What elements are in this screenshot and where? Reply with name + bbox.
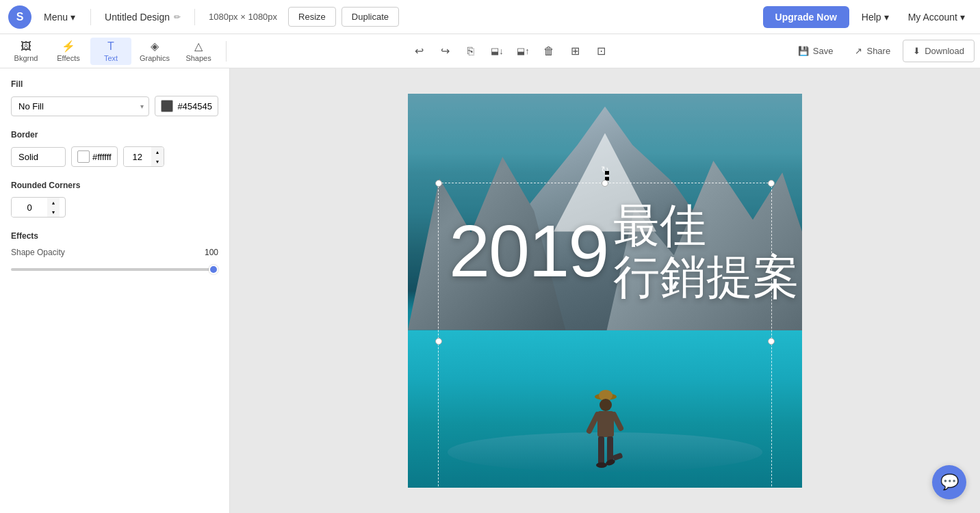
border-width-arrows: ▴ ▾ bbox=[151, 147, 164, 166]
share-button[interactable]: ↗ Share bbox=[845, 40, 900, 62]
menu-chevron-icon: ▾ bbox=[70, 12, 75, 23]
chat-icon: 💬 bbox=[940, 473, 959, 491]
design-image[interactable]: 2019 最佳行銷提案 ↻ bbox=[408, 94, 802, 488]
align-button[interactable]: ⊡ bbox=[589, 39, 613, 64]
nav-divider-1 bbox=[90, 9, 91, 25]
copy-button[interactable]: ⎘ bbox=[459, 39, 483, 64]
fill-select-wrapper: No Fill Solid Gradient Pattern ▾ bbox=[11, 96, 149, 116]
left-panel: Fill No Fill Solid Gradient Pattern ▾ #4… bbox=[0, 68, 230, 513]
border-color-value: #ffffff bbox=[92, 152, 112, 162]
border-color-swatch bbox=[77, 150, 90, 163]
svg-rect-7 bbox=[607, 436, 613, 462]
border-width-down-button[interactable]: ▾ bbox=[151, 157, 164, 166]
effects-icon: ⚡ bbox=[62, 40, 75, 53]
main-layout: Fill No Fill Solid Gradient Pattern ▾ #4… bbox=[0, 68, 980, 513]
corners-section: Rounded Corners ▴ ▾ bbox=[11, 181, 218, 218]
fill-color-value: #454545 bbox=[177, 101, 212, 111]
grid-button[interactable]: ⊞ bbox=[563, 39, 587, 64]
corner-up-button[interactable]: ▴ bbox=[47, 198, 60, 207]
resize-button[interactable]: Resize bbox=[288, 7, 336, 27]
download-icon: ⬇ bbox=[913, 46, 920, 56]
opacity-value: 100 bbox=[205, 248, 218, 257]
svg-rect-8 bbox=[612, 452, 623, 460]
opacity-label: Shape Opacity bbox=[11, 248, 65, 257]
svg-rect-6 bbox=[598, 436, 604, 465]
border-title: Border bbox=[11, 130, 218, 140]
shapes-icon: △ bbox=[194, 40, 203, 53]
border-section: Border Solid Dashed Dotted #ffffff bbox=[11, 130, 218, 167]
corner-input-wrapper: ▴ ▾ bbox=[11, 197, 66, 218]
duplicate-button[interactable]: Duplicate bbox=[341, 7, 399, 27]
border-width-input[interactable] bbox=[124, 148, 151, 166]
fill-color-button[interactable]: #454545 bbox=[155, 96, 218, 116]
svg-point-9 bbox=[596, 462, 607, 468]
delete-button[interactable]: 🗑 bbox=[537, 39, 561, 64]
canvas-container: 2019 最佳行銷提案 ↻ bbox=[408, 94, 802, 488]
tab-graphics[interactable]: ◈ Graphics bbox=[133, 37, 177, 65]
redo-button[interactable]: ↪ bbox=[433, 39, 457, 64]
canvas-dimensions: 1080px × 1080px bbox=[203, 9, 283, 25]
tab-text[interactable]: T Text bbox=[90, 38, 131, 65]
help-button[interactable]: Help ▾ bbox=[855, 8, 896, 27]
graphics-icon: ◈ bbox=[151, 40, 159, 53]
border-style-wrapper: Solid Dashed Dotted bbox=[11, 147, 66, 167]
opacity-row: Shape Opacity 100 bbox=[11, 248, 218, 257]
edit-title-icon: ✏ bbox=[174, 12, 181, 22]
toolbar: 🖼 Bkgrnd ⚡ Effects T Text ◈ Graphics △ S… bbox=[0, 34, 980, 68]
app-logo: S bbox=[8, 5, 31, 29]
help-chevron-icon: ▾ bbox=[884, 12, 889, 23]
download-button[interactable]: ⬇ Download bbox=[903, 40, 975, 62]
border-color-button[interactable]: #ffffff bbox=[71, 146, 118, 167]
opacity-slider-container bbox=[11, 261, 218, 274]
svg-point-2 bbox=[599, 399, 612, 411]
corner-value-input[interactable] bbox=[12, 198, 47, 217]
corners-row: ▴ ▾ bbox=[11, 197, 218, 218]
border-width-wrapper: ▴ ▾ bbox=[123, 146, 164, 167]
toolbar-actions: ↩ ↪ ⎘ ⬓↓ ⬓↑ 🗑 ⊞ ⊡ bbox=[233, 39, 787, 64]
undo-button[interactable]: ↩ bbox=[407, 39, 431, 64]
bkgrnd-icon: 🖼 bbox=[21, 40, 31, 53]
effects-title: Effects bbox=[11, 231, 218, 241]
svg-line-4 bbox=[589, 415, 597, 431]
svg-line-5 bbox=[614, 415, 621, 428]
fill-section: Fill No Fill Solid Gradient Pattern ▾ #4… bbox=[11, 79, 218, 116]
corner-down-button[interactable]: ▾ bbox=[47, 207, 60, 217]
effects-section: Effects Shape Opacity 100 bbox=[11, 231, 218, 274]
opacity-slider[interactable] bbox=[11, 268, 218, 271]
top-nav: S Menu ▾ Untitled Design ✏ 1080px × 1080… bbox=[0, 0, 980, 34]
fill-type-select[interactable]: No Fill Solid Gradient Pattern bbox=[11, 96, 149, 116]
upgrade-button[interactable]: Upgrade Now bbox=[763, 6, 849, 28]
tab-shapes[interactable]: △ Shapes bbox=[178, 37, 219, 65]
share-icon: ↗ bbox=[855, 46, 862, 56]
fill-title: Fill bbox=[11, 79, 218, 89]
person-silhouette bbox=[585, 389, 626, 488]
menu-label: Menu bbox=[44, 12, 68, 23]
account-chevron-icon: ▾ bbox=[960, 12, 965, 23]
account-button[interactable]: My Account ▾ bbox=[901, 8, 972, 27]
design-title-area[interactable]: Untitled Design ✏ bbox=[99, 9, 186, 25]
border-width-up-button[interactable]: ▴ bbox=[151, 147, 164, 157]
nav-divider-2 bbox=[194, 9, 195, 25]
chat-button[interactable]: 💬 bbox=[932, 465, 966, 499]
fill-row: No Fill Solid Gradient Pattern ▾ #454545 bbox=[11, 96, 218, 116]
toolbar-sep bbox=[226, 41, 227, 62]
border-style-select[interactable]: Solid Dashed Dotted bbox=[11, 147, 66, 167]
tab-effects[interactable]: ⚡ Effects bbox=[48, 37, 89, 65]
corners-title: Rounded Corners bbox=[11, 181, 218, 190]
canvas-area[interactable]: 2019 最佳行銷提案 ↻ bbox=[230, 68, 980, 513]
corner-arrows: ▴ ▾ bbox=[47, 198, 60, 217]
layer-down-button[interactable]: ⬓↓ bbox=[485, 39, 509, 64]
save-button[interactable]: 💾 Save bbox=[788, 40, 843, 62]
border-row: Solid Dashed Dotted #ffffff ▴ ▾ bbox=[11, 146, 218, 167]
design-title: Untitled Design bbox=[105, 12, 170, 23]
menu-button[interactable]: Menu ▾ bbox=[37, 8, 82, 27]
fill-color-swatch bbox=[161, 100, 173, 112]
tab-bkgrnd[interactable]: 🖼 Bkgrnd bbox=[5, 38, 47, 65]
layer-up-button[interactable]: ⬓↑ bbox=[511, 39, 535, 64]
save-icon: 💾 bbox=[798, 46, 809, 56]
text-icon: T bbox=[107, 40, 114, 53]
toolbar-right: 💾 Save ↗ Share ⬇ Download bbox=[788, 40, 975, 62]
